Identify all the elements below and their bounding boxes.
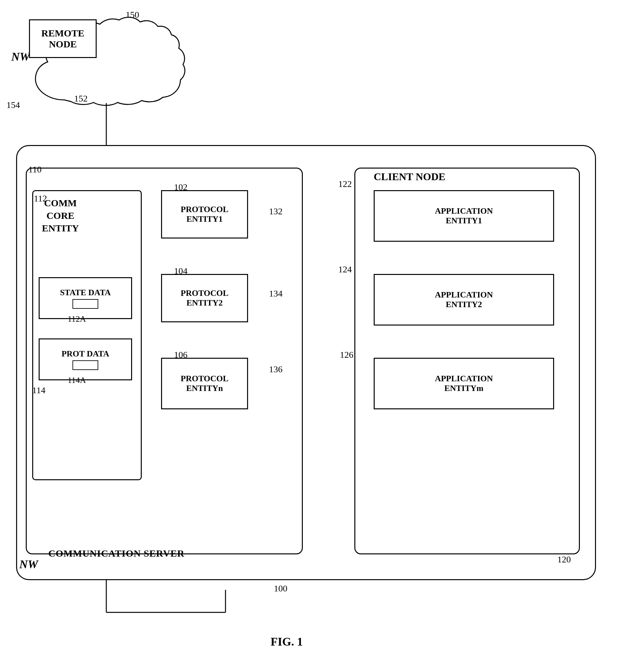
fig-label: FIG. 1 — [270, 635, 303, 648]
protocol-entity-2-box: PROTOCOL ENTITY2 — [161, 274, 248, 322]
label-104: 104 — [174, 266, 187, 276]
label-120: 120 — [557, 554, 571, 565]
app-entity-m-label: APPLICATION ENTITYm — [435, 374, 493, 393]
label-112a: 112A — [68, 314, 86, 324]
protocol-entity-n-label: PROTOCOL ENTITYn — [181, 374, 228, 393]
label-150: 150 — [126, 10, 139, 20]
label-154: 154 — [6, 100, 20, 110]
diagram-container: NW REMOTE NODE 150 152 154 NW 100 COMMUN… — [0, 0, 624, 672]
state-data-inner — [73, 299, 98, 309]
label-122: 122 — [338, 179, 352, 189]
nw-top-label: NW — [11, 50, 30, 64]
label-134: 134 — [269, 289, 283, 299]
comm-core-title: COMM CORE ENTITY — [42, 197, 79, 234]
label-136: 136 — [269, 364, 283, 374]
label-112: 112 — [34, 193, 47, 204]
state-data-box: STATE DATA — [38, 277, 132, 319]
app-entity-1-label: APPLICATION ENTITY1 — [435, 206, 493, 226]
protocol-entity-n-box: PROTOCOL ENTITYn — [161, 358, 248, 409]
label-152: 152 — [74, 94, 88, 104]
app-entity-m-box: APPLICATION ENTITYm — [374, 358, 554, 409]
remote-node-box: REMOTE NODE — [29, 19, 97, 58]
label-114a: 114A — [68, 375, 86, 385]
label-132: 132 — [269, 206, 283, 217]
prot-data-inner — [73, 360, 98, 370]
prot-data-label: PROT DATA — [61, 349, 109, 359]
label-114: 114 — [32, 385, 46, 396]
app-entity-1-box: APPLICATION ENTITY1 — [374, 190, 554, 242]
app-entity-2-box: APPLICATION ENTITY2 — [374, 274, 554, 325]
comm-server-label: COMMUNICATION SERVER — [48, 548, 185, 559]
label-106: 106 — [174, 350, 187, 360]
label-102: 102 — [174, 182, 187, 193]
label-124: 124 — [338, 264, 352, 275]
protocol-entity-2-label: PROTOCOL ENTITY2 — [181, 289, 228, 308]
app-entity-2-label: APPLICATION ENTITY2 — [435, 290, 493, 309]
client-node-title: CLIENT NODE — [374, 171, 445, 183]
prot-data-box: PROT DATA — [38, 339, 132, 380]
protocol-entity-1-box: PROTOCOL ENTITY1 — [161, 190, 248, 239]
protocol-entity-1-label: PROTOCOL ENTITY1 — [181, 205, 228, 224]
state-data-label: STATE DATA — [60, 288, 111, 298]
label-126: 126 — [340, 350, 354, 360]
nw-bottom-label: NW — [19, 557, 38, 571]
remote-node-label: REMOTE NODE — [41, 28, 84, 50]
label-100: 100 — [274, 583, 287, 594]
label-110: 110 — [28, 165, 42, 175]
